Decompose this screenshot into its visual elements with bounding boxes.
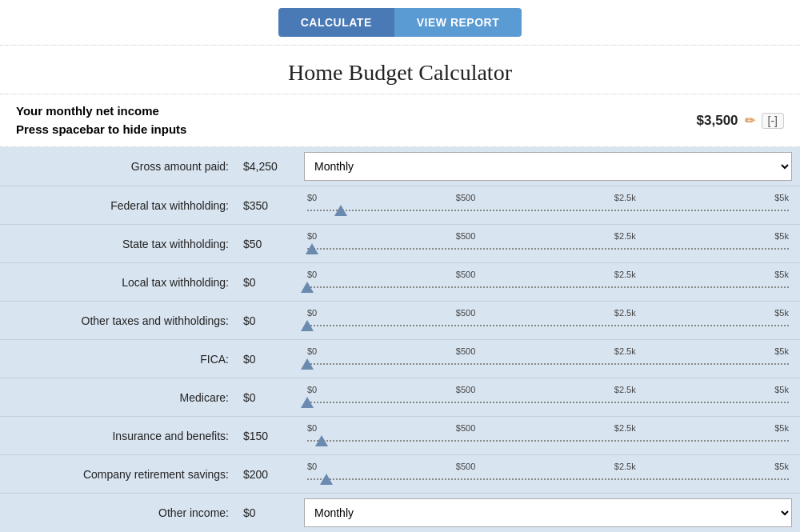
calculate-button[interactable]: CALCULATE bbox=[278, 8, 394, 37]
calc-row: FICA:$0$0$500$2.5k$5k bbox=[0, 340, 800, 378]
row-value: $50 bbox=[240, 238, 304, 250]
row-control: $0$500$2.5k$5k bbox=[304, 270, 800, 294]
calc-row: Medicare:$0$0$500$2.5k$5k bbox=[0, 378, 800, 417]
slider-thumb[interactable] bbox=[320, 474, 333, 485]
slider-label: $5k bbox=[774, 423, 789, 433]
slider-label: $0 bbox=[307, 193, 317, 202]
slider-track-wrap bbox=[307, 203, 789, 218]
row-label: Local tax withholding: bbox=[0, 276, 240, 289]
row-control: $0$500$2.5k$5k bbox=[304, 462, 800, 486]
slider-label: $0 bbox=[307, 462, 317, 471]
row-control: WeeklyBi-WeeklySemi-MonthlyMonthlyAnnual… bbox=[304, 152, 800, 181]
income-label: Your monthly net income Press spacebar t… bbox=[16, 102, 186, 138]
slider-label: $2.5k bbox=[614, 385, 636, 394]
row-control: WeeklyBi-WeeklySemi-MonthlyMonthlyAnnual… bbox=[304, 498, 800, 527]
slider-thumb[interactable] bbox=[334, 205, 347, 216]
calc-row: Other taxes and withholdings:$0$0$500$2.… bbox=[0, 302, 800, 340]
slider-track bbox=[307, 286, 789, 288]
row-control: $0$500$2.5k$5k bbox=[304, 385, 800, 410]
row-value: $0 bbox=[240, 391, 304, 404]
slider-label: $500 bbox=[456, 270, 475, 279]
slider-label: $2.5k bbox=[614, 346, 636, 356]
row-label: Federal tax withholding: bbox=[0, 199, 240, 212]
row-value: $0 bbox=[240, 314, 304, 327]
calc-row: Company retirement savings:$200$0$500$2.… bbox=[0, 455, 800, 494]
row-control: $0$500$2.5k$5k bbox=[304, 231, 800, 256]
frequency-select[interactable]: WeeklyBi-WeeklySemi-MonthlyMonthlyAnnual… bbox=[304, 152, 792, 181]
row-label: FICA: bbox=[0, 353, 240, 366]
slider-track bbox=[307, 210, 789, 211]
frequency-select[interactable]: WeeklyBi-WeeklySemi-MonthlyMonthlyAnnual… bbox=[304, 498, 792, 527]
calc-row: Insurance and benefits:$150$0$500$2.5k$5… bbox=[0, 417, 800, 455]
slider-track bbox=[307, 402, 789, 403]
row-label: State tax withholding: bbox=[0, 238, 240, 250]
slider-label: $0 bbox=[307, 308, 317, 318]
slider-label: $5k bbox=[774, 346, 789, 356]
slider-thumb[interactable] bbox=[301, 358, 314, 370]
row-control: $0$500$2.5k$5k bbox=[304, 193, 800, 218]
row-control: $0$500$2.5k$5k bbox=[304, 423, 800, 448]
page-title: Home Budget Calculator bbox=[288, 60, 512, 86]
slider-track-wrap bbox=[307, 357, 789, 371]
edit-icon[interactable]: ✏ bbox=[745, 113, 755, 128]
slider-thumb[interactable] bbox=[301, 282, 314, 293]
slider-label: $5k bbox=[774, 193, 789, 202]
row-value: $150 bbox=[240, 430, 304, 442]
slider-track-wrap bbox=[307, 318, 789, 333]
slider-thumb[interactable] bbox=[301, 320, 314, 331]
slider-thumb[interactable] bbox=[306, 243, 318, 254]
slider-thumb[interactable] bbox=[301, 397, 314, 408]
slider-label: $2.5k bbox=[614, 193, 636, 202]
income-header: Your monthly net income Press spacebar t… bbox=[0, 94, 800, 147]
slider-label: $2.5k bbox=[614, 270, 636, 279]
row-label: Other income: bbox=[0, 506, 240, 519]
slider-label: $500 bbox=[456, 423, 475, 433]
slider-label: $0 bbox=[307, 346, 317, 356]
slider-track bbox=[307, 363, 789, 365]
slider-label: $2.5k bbox=[614, 423, 636, 433]
collapse-button[interactable]: [-] bbox=[762, 113, 784, 129]
row-label: Medicare: bbox=[0, 391, 240, 404]
slider-track bbox=[307, 440, 789, 442]
row-label: Company retirement savings: bbox=[0, 468, 240, 481]
slider-track-wrap bbox=[307, 434, 789, 448]
row-label: Insurance and benefits: bbox=[0, 430, 240, 442]
slider-wrap: $0$500$2.5k$5k bbox=[304, 308, 792, 333]
row-value: $0 bbox=[240, 353, 304, 366]
row-label: Gross amount paid: bbox=[0, 160, 240, 173]
slider-track-wrap bbox=[307, 280, 789, 294]
slider-label: $5k bbox=[774, 308, 789, 318]
calc-row: Federal tax withholding:$350$0$500$2.5k$… bbox=[0, 186, 800, 225]
row-control: $0$500$2.5k$5k bbox=[304, 346, 800, 371]
slider-label: $500 bbox=[456, 462, 475, 471]
slider-track-wrap bbox=[307, 242, 789, 256]
main-content: Gross amount paid:$4,250WeeklyBi-WeeklyS… bbox=[0, 147, 800, 532]
view-report-button[interactable]: VIEW REPORT bbox=[394, 8, 522, 37]
row-label: Other taxes and withholdings: bbox=[0, 314, 240, 327]
slider-wrap: $0$500$2.5k$5k bbox=[304, 193, 792, 218]
slider-track bbox=[307, 325, 789, 326]
slider-label: $5k bbox=[774, 270, 789, 279]
row-value: $350 bbox=[240, 199, 304, 212]
calc-row: Gross amount paid:$4,250WeeklyBi-WeeklyS… bbox=[0, 147, 800, 186]
slider-label: $0 bbox=[307, 385, 317, 394]
slider-track-wrap bbox=[307, 395, 789, 410]
slider-label: $2.5k bbox=[614, 308, 636, 318]
slider-thumb[interactable] bbox=[315, 435, 328, 446]
row-control: $0$500$2.5k$5k bbox=[304, 308, 800, 333]
slider-label: $0 bbox=[307, 231, 317, 241]
slider-label: $5k bbox=[774, 385, 789, 394]
slider-track bbox=[307, 478, 789, 480]
slider-wrap: $0$500$2.5k$5k bbox=[304, 385, 792, 410]
income-value: $3,500 bbox=[697, 113, 738, 129]
slider-wrap: $0$500$2.5k$5k bbox=[304, 423, 792, 448]
slider-label: $2.5k bbox=[614, 231, 636, 241]
slider-label: $500 bbox=[456, 346, 475, 356]
calc-row: State tax withholding:$50$0$500$2.5k$5k bbox=[0, 225, 800, 263]
slider-label: $5k bbox=[774, 462, 789, 471]
row-value: $0 bbox=[240, 506, 304, 519]
slider-wrap: $0$500$2.5k$5k bbox=[304, 231, 792, 256]
slider-label: $500 bbox=[456, 193, 475, 202]
slider-label: $0 bbox=[307, 423, 317, 433]
slider-track-wrap bbox=[307, 472, 789, 486]
